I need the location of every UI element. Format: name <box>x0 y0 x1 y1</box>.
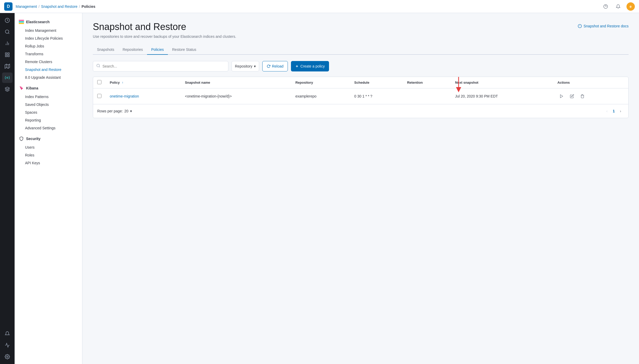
sidebar-icon-settings[interactable] <box>2 351 13 362</box>
nav-item-roles[interactable]: Roles <box>15 151 82 159</box>
nav-item-index-management[interactable]: Index Management <box>15 27 82 34</box>
page-title: Snapshot and Restore <box>93 21 186 32</box>
table-row: onetime-migration <onetime-migration-{no… <box>93 88 628 104</box>
sidebar-icon-recent[interactable] <box>2 15 13 26</box>
sidebar-icon-alerts[interactable] <box>2 329 13 339</box>
row-next-snapshot-cell: Jul 20, 2020 9:30 PM EDT <box>451 88 553 104</box>
sidebar-icon-management[interactable] <box>2 72 13 83</box>
svg-point-16 <box>7 356 8 357</box>
table-header-next-snapshot[interactable]: Next snapshot <box>451 77 553 88</box>
svg-rect-17 <box>19 20 24 21</box>
nav-item-upgrade-assistant[interactable]: 8.0 Upgrade Assistant <box>15 74 82 81</box>
sidebar-icon-discover[interactable] <box>2 27 13 37</box>
topbar-right: e <box>601 2 635 11</box>
nav-item-rollup-jobs[interactable]: Rollup Jobs <box>15 42 82 50</box>
svg-point-3 <box>5 30 9 33</box>
nav-item-advanced-settings[interactable]: Advanced Settings <box>15 124 82 132</box>
policies-table-wrapper: Policy ↑ Snapshot name Repository Schedu… <box>93 77 629 118</box>
nav-item-index-patterns[interactable]: Index Patterns <box>15 93 82 101</box>
icon-sidebar <box>0 13 15 364</box>
table-header-actions: Actions <box>553 77 628 88</box>
tab-policies[interactable]: Policies <box>147 45 168 55</box>
policies-table: Policy ↑ Snapshot name Repository Schedu… <box>93 77 628 104</box>
user-avatar[interactable]: e <box>626 2 635 11</box>
nav-item-index-lifecycle[interactable]: Index Lifecycle Policies <box>15 34 82 42</box>
nav-item-saved-objects[interactable]: Saved Objects <box>15 101 82 108</box>
nav-item-spaces[interactable]: Spaces <box>15 108 82 116</box>
nav-item-users[interactable]: Users <box>15 143 82 151</box>
notifications-button[interactable] <box>614 2 622 11</box>
breadcrumb-management[interactable]: Management <box>16 4 37 9</box>
nav-item-snapshot-restore[interactable]: Snapshot and Restore <box>15 66 82 74</box>
sidebar-icon-ml[interactable] <box>2 84 13 94</box>
nav-section-kibana: Kibana Index Patterns Saved Objects Spac… <box>15 83 82 132</box>
row-actions-cell <box>553 88 628 104</box>
next-page-button[interactable]: › <box>617 107 624 115</box>
create-policy-button[interactable]: Create a policy <box>291 61 329 71</box>
rows-per-page[interactable]: Rows per page: 20 ▾ <box>97 109 132 113</box>
table-header-retention[interactable]: Retention <box>403 77 451 88</box>
policy-link[interactable]: onetime-migration <box>110 94 139 98</box>
svg-point-23 <box>97 64 100 67</box>
next-snapshot-value: Jul 20, 2020 9:30 PM EDT <box>455 94 498 98</box>
tabs-container: Snapshots Repositories Policies Restore … <box>93 45 629 55</box>
rows-per-page-chevron: ▾ <box>130 109 132 113</box>
sidebar-icon-dashboard[interactable] <box>2 50 13 60</box>
security-section-icon <box>19 136 24 141</box>
row-checkbox-cell <box>93 88 106 104</box>
run-policy-button[interactable] <box>557 92 566 100</box>
topbar: D Management / Snapshot and Restore / Po… <box>0 0 639 13</box>
reload-button[interactable]: Reload <box>262 61 288 71</box>
edit-policy-button[interactable] <box>568 92 576 100</box>
sidebar-icon-uptime[interactable] <box>2 340 13 350</box>
nav-item-reporting[interactable]: Reporting <box>15 116 82 124</box>
svg-rect-8 <box>5 53 7 54</box>
docs-link[interactable]: Snapshot and Restore docs <box>578 24 629 28</box>
main-layout: Elasticsearch Index Management Index Lif… <box>0 13 639 364</box>
breadcrumb: Management / Snapshot and Restore / Poli… <box>16 4 95 9</box>
chevron-down-icon: ▾ <box>254 64 256 68</box>
table-header-repository[interactable]: Repository <box>291 77 350 88</box>
row-schedule-cell: 0 30 1 * * ? <box>350 88 403 104</box>
table-header-snapshot-name[interactable]: Snapshot name <box>181 77 291 88</box>
rows-per-page-label: Rows per page: <box>97 109 123 113</box>
nav-section-elasticsearch-label: Elasticsearch <box>26 20 50 24</box>
page-controls: ‹ 1 › <box>603 107 624 115</box>
tab-snapshots[interactable]: Snapshots <box>93 45 118 55</box>
delete-policy-button[interactable] <box>578 92 587 100</box>
svg-rect-9 <box>8 53 9 54</box>
reload-button-label: Reload <box>272 64 283 68</box>
help-button[interactable] <box>601 2 610 11</box>
prev-page-button[interactable]: ‹ <box>603 107 611 115</box>
svg-line-4 <box>8 33 9 34</box>
tab-restore-status[interactable]: Restore Status <box>168 45 200 55</box>
svg-marker-29 <box>560 95 563 98</box>
nav-item-api-keys[interactable]: API Keys <box>15 159 82 167</box>
elasticsearch-section-icon <box>19 19 24 25</box>
search-input[interactable] <box>102 64 225 68</box>
toolbar: Repository ▾ Reload Create a policy <box>93 61 629 71</box>
breadcrumb-snapshot-restore[interactable]: Snapshot and Restore <box>41 4 77 9</box>
sidebar-icon-maps[interactable] <box>2 61 13 71</box>
main-content: Snapshot and Restore Snapshot and Restor… <box>82 13 639 364</box>
nav-section-kibana-header: Kibana <box>15 83 82 93</box>
tab-repositories[interactable]: Repositories <box>118 45 147 55</box>
nav-section-security: Security Users Roles API Keys <box>15 134 82 167</box>
row-checkbox[interactable] <box>97 94 101 98</box>
table-header-policy[interactable]: Policy ↑ <box>106 77 181 88</box>
nav-item-transforms[interactable]: Transforms <box>15 50 82 58</box>
table-header-schedule[interactable]: Schedule <box>350 77 403 88</box>
sidebar-icon-visualize[interactable] <box>2 38 13 48</box>
search-box[interactable] <box>93 61 228 71</box>
app-logo[interactable]: D <box>4 2 13 11</box>
nav-item-remote-clusters[interactable]: Remote Clusters <box>15 58 82 66</box>
docs-link-label: Snapshot and Restore docs <box>583 24 629 28</box>
breadcrumb-current: Policies <box>82 4 95 9</box>
rows-per-page-value: 20 <box>124 109 129 113</box>
row-repository-cell: examplerepo <box>291 88 350 104</box>
repository-filter[interactable]: Repository ▾ <box>232 61 259 71</box>
svg-rect-19 <box>19 23 24 24</box>
nav-section-kibana-label: Kibana <box>26 86 38 90</box>
create-policy-button-label: Create a policy <box>300 64 325 68</box>
select-all-checkbox[interactable] <box>97 80 101 84</box>
